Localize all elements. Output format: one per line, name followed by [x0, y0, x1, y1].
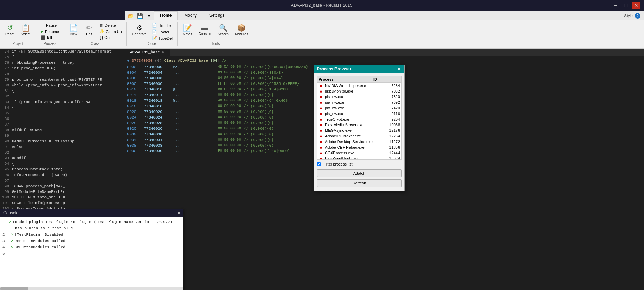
process-item[interactable]: ■ TrueCrypt.exe 9204: [317, 116, 401, 122]
asm-tab-close[interactable]: ×: [162, 50, 164, 54]
asm-tab-active[interactable]: ADVAPI32_base ×: [124, 49, 170, 56]
scrollbar-thumb[interactable]: [0, 287, 28, 290]
filter-checkbox[interactable]: [317, 162, 321, 166]
line-number: 98: [1, 183, 12, 189]
asm-bytes: MZ..: [173, 64, 215, 70]
generate-button[interactable]: ⚙ Generate: [130, 22, 149, 37]
asm-bytes: ....: [173, 126, 215, 131]
process-item[interactable]: ■ pia_nw.exe 9116: [317, 111, 401, 116]
code-line: 97: [0, 178, 124, 183]
asm-address: 0014: [127, 92, 141, 98]
delete-button[interactable]: 🗑 Delete: [98, 22, 124, 28]
process-browser-close[interactable]: ×: [396, 66, 402, 72]
line-text: int proc_index = 0;: [12, 66, 123, 71]
process-item[interactable]: ■ NVIDIA Web Helper.exe 6284: [317, 83, 401, 88]
process-item[interactable]: ■ Adobe Desktop Service.exe 11272: [317, 139, 401, 144]
process-icon: ■: [319, 94, 324, 99]
asm-full-addr: 7734000C: [144, 81, 170, 87]
tab-home[interactable]: Home: [154, 11, 178, 20]
attach-button[interactable]: Attatch: [317, 169, 402, 177]
asm-comment: // (0.000){0}: [244, 143, 274, 148]
asm-hex: 00 00 00 00: [218, 109, 241, 115]
notes-label: Notes: [183, 32, 192, 36]
refresh-button[interactable]: Refresh: [317, 179, 402, 187]
class-col: 🗑 Delete ✨ Clean Up { } Code: [98, 22, 124, 40]
line-number: 79: [1, 77, 12, 82]
asm-full-addr: 77340000: [144, 64, 170, 70]
code-button[interactable]: { } Code: [98, 35, 124, 40]
asm-comment: // (0.000){64|0x40}: [244, 98, 288, 103]
line-text: [12, 71, 123, 77]
asm-tab-name: ADVAPI32_base: [130, 50, 160, 54]
reset-button[interactable]: ↺ Reset: [3, 22, 17, 37]
modules-button[interactable]: 📦 Modules: [233, 22, 251, 37]
console-tool-button[interactable]: ▬ Console: [196, 22, 214, 37]
asm-comment: // (0.000){0}: [244, 120, 274, 126]
quick-open-button[interactable]: 📂: [127, 12, 134, 20]
process-name: Adobe Desktop Service.exe: [325, 140, 379, 144]
line-number: 93: [1, 155, 12, 161]
asm-full-addr: 77340030: [144, 131, 170, 137]
quick-save-button[interactable]: 💾: [136, 12, 144, 20]
tab-settings[interactable]: Settings: [203, 11, 230, 20]
code-line: 96 info.ProcessId = (DWORD): [0, 172, 124, 178]
code-line: 101 SHGetFileInfo(process_p: [0, 200, 124, 206]
minimize-button[interactable]: ─: [612, 2, 619, 9]
process-item[interactable]: ■ Adobe CEF Helper.exe 11856: [317, 144, 401, 150]
process-name: usb3Monitor.exe: [325, 89, 379, 93]
process-item[interactable]: ■ CCXProcess.exe 12444: [317, 150, 401, 156]
help-icon[interactable]: ?: [635, 13, 640, 19]
asm-bytes: @...: [173, 98, 215, 103]
select-icon: 📋: [21, 23, 30, 32]
search-button[interactable]: 🔍 Search: [215, 22, 231, 37]
code-line: 90 HANDLE hProcess = ReClassOp: [0, 139, 124, 144]
console-title-bar[interactable]: Console ×: [0, 209, 183, 217]
process-item[interactable]: ■ AdobeIPCBroker.exe 12264: [317, 133, 401, 139]
process-item[interactable]: ■ usb3Monitor.exe 7032: [317, 88, 401, 94]
cleanup-label: Clean Up: [106, 29, 122, 34]
kill-button[interactable]: ⬛ Kill: [39, 35, 61, 41]
select-button[interactable]: 📋 Select: [18, 22, 33, 37]
code-line: 84 {: [0, 105, 124, 110]
close-button[interactable]: ✕: [632, 2, 640, 9]
header-button[interactable]: 📄 Header: [150, 22, 174, 28]
process-item[interactable]: ■ MEGAsync.exe 12176: [317, 128, 401, 133]
console-icon: ▬: [201, 23, 208, 32]
console-close-button[interactable]: ×: [178, 210, 180, 216]
code-line: 99 GetModuleFileNameEx(hPr: [0, 189, 124, 195]
process-item[interactable]: ■ PlexScriptHost.exe 12924: [317, 156, 401, 160]
asm-address: 0018: [127, 98, 141, 103]
footer-button[interactable]: 📄 Footer: [150, 29, 174, 35]
maximize-button[interactable]: □: [622, 2, 629, 9]
cleanup-button[interactable]: ✨ Clean Up: [98, 28, 124, 34]
asm-full-addr: 77340004: [144, 70, 170, 75]
process-browser-title-bar[interactable]: Process Browser ×: [314, 65, 404, 73]
resume-button[interactable]: ▶ Resume: [39, 28, 61, 34]
asm-hex: 00 00 00 00: [218, 137, 241, 143]
process-item[interactable]: ■ Plex Media Server.exe 10068: [317, 122, 401, 128]
generate-label: Generate: [132, 32, 147, 36]
line-text: [12, 116, 123, 122]
asm-full-addr: 77340034: [144, 137, 170, 143]
console-line: 4 > OnButtonModules called: [2, 244, 181, 250]
process-list[interactable]: ■ NVIDIA Web Helper.exe 6284 ■ usb3Monit…: [317, 82, 402, 160]
quick-dropdown-button[interactable]: ▾: [145, 12, 153, 20]
line-text: [12, 150, 123, 155]
new-button[interactable]: 📄 New: [67, 22, 81, 37]
process-item[interactable]: ■ pia_nw.exe 7420: [317, 105, 401, 111]
pause-button[interactable]: ⏸ Pause: [39, 22, 61, 28]
title-bar: ADVAPI32_base - ReClass 2015 ─ □ ✕: [0, 0, 644, 11]
typedef-button[interactable]: 📝 TypeDef: [150, 35, 174, 41]
asm-full-addr: 77340024: [144, 115, 170, 120]
tab-modify[interactable]: Modify: [178, 11, 202, 20]
asm-full-addr: 77340008: [144, 75, 170, 81]
console-scrollbar[interactable]: [0, 287, 183, 290]
notes-button[interactable]: 📝 Notes: [180, 22, 194, 37]
edit-button[interactable]: ✏ Edit: [82, 22, 96, 37]
process-item[interactable]: ■ pia_nw.exe 7320: [317, 94, 401, 100]
code-line: 88 #ifdef _WIN64: [0, 127, 124, 133]
window-title: ADVAPI32_base - ReClass 2015: [32, 3, 612, 8]
process-item[interactable]: ■ pia_nw.exe 7692: [317, 100, 401, 105]
asm-bytes: ....: [173, 103, 215, 109]
asm-comment: // (0.000){3|0x3}: [244, 70, 283, 75]
